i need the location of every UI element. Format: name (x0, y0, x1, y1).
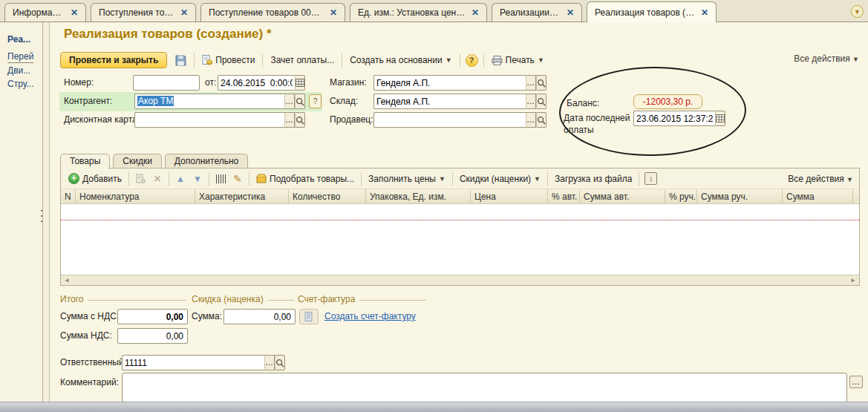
post-and-close-button[interactable]: Провести и закрыть (60, 52, 167, 68)
comment-expand-button[interactable]: ... (849, 376, 863, 388)
responsible-open-button[interactable] (275, 355, 285, 370)
column-header-summa-avt[interactable]: Сумма авт. (580, 189, 665, 203)
column-header-n[interactable]: N (61, 189, 76, 203)
warehouse-open-button[interactable] (536, 94, 546, 109)
counterparty-input[interactable]: Акор ТМ (134, 94, 284, 109)
column-header-spacer (853, 189, 859, 203)
shop-open-button[interactable] (536, 75, 546, 91)
scrollbar-track[interactable] (73, 275, 847, 285)
app-window: Информация ✕ Поступления товаров ✕ Посту… (0, 0, 868, 412)
discount-card-open-button[interactable] (295, 112, 305, 128)
tab-realizaciya-sozdanie[interactable]: Реализация товаров (создание) * ✕ (587, 1, 717, 22)
discount-card-input[interactable] (134, 112, 284, 128)
shop-select-button[interactable]: ... (526, 75, 536, 91)
number-input[interactable] (133, 75, 200, 91)
tab-tovary[interactable]: Товары (60, 154, 110, 169)
toolbar-separator (342, 53, 342, 67)
seller-input[interactable] (373, 112, 526, 128)
responsible-input[interactable] (122, 355, 264, 370)
sum-with-vat-input[interactable] (117, 309, 188, 324)
sum-vat-input[interactable] (117, 328, 188, 344)
invoice-document-icon (304, 312, 313, 321)
print-button[interactable]: Печать ▼ (489, 53, 546, 67)
expand-table-button[interactable]: ↕ (645, 172, 657, 185)
tab-scroll-button[interactable]: ▼ (851, 5, 864, 18)
counterparty-open-button[interactable] (295, 94, 305, 109)
tab-skidki[interactable]: Скидки (113, 154, 162, 169)
shop-input[interactable] (373, 75, 526, 91)
delete-row-button[interactable]: ✕ (151, 173, 163, 184)
column-header-pct-ruch[interactable]: % руч. (665, 189, 697, 203)
help-button[interactable]: ? (466, 54, 478, 67)
discount-sum-input[interactable] (223, 309, 296, 324)
date-calendar-button[interactable] (295, 75, 305, 91)
items-table-body[interactable] (61, 204, 859, 275)
discounts-button[interactable]: Скидки (наценки) ▼ (458, 173, 542, 185)
tab-postuplenie-tovarov-doc[interactable]: Поступление товаров 000О-00001... ✕ (200, 3, 345, 22)
column-header-harakteristika[interactable]: Характеристика (195, 189, 289, 203)
floppy-icon (175, 55, 186, 66)
counterparty-select-button[interactable]: ... (284, 94, 295, 109)
counterparty-question-button[interactable]: ? (309, 94, 322, 108)
tab-close-icon[interactable]: ✕ (71, 7, 78, 18)
column-header-kolichestvo[interactable]: Количество (289, 189, 366, 203)
scroll-left-button[interactable]: ◄ (61, 275, 73, 285)
column-header-pct-avt[interactable]: % авт. (548, 189, 580, 203)
shop-label: Магазин: (330, 77, 367, 88)
tab-label: Реализация товаров (создание) * (595, 7, 695, 18)
discount-card-select-button[interactable]: ... (284, 112, 295, 128)
items-all-actions-button[interactable]: Все действия ▼ (788, 174, 853, 184)
toolbar-separator (169, 172, 169, 186)
chevron-down-icon: ▼ (846, 176, 853, 183)
tab-close-icon[interactable]: ✕ (471, 7, 479, 18)
create-based-on-button[interactable]: Создать на основании ▼ (347, 53, 454, 67)
tab-close-icon[interactable]: ✕ (180, 7, 188, 18)
tab-realizacii-tovarov[interactable]: Реализации товаров ✕ (492, 3, 582, 22)
tab-ustanovka-cen[interactable]: Ед. изм.: Установка цен номенкл... ✕ (350, 3, 487, 22)
sidebar-splitter[interactable] (41, 210, 43, 226)
fill-prices-button[interactable]: Заполнить цены ▼ (367, 173, 447, 185)
sidebar-item-dvizheniya[interactable]: Дви... (7, 65, 30, 76)
sidebar-item-realizaciya[interactable]: Реа... (7, 34, 30, 45)
copy-row-button[interactable] (134, 173, 146, 184)
seller-open-button[interactable] (536, 112, 546, 128)
tab-close-icon[interactable]: ✕ (567, 7, 574, 18)
column-header-nomenklatura[interactable]: Номенклатура (76, 189, 195, 203)
comment-input[interactable] (122, 373, 847, 402)
warehouse-select-button[interactable]: ... (526, 94, 536, 109)
sidebar-item-struktura[interactable]: Стру... (7, 79, 34, 89)
arrow-up-icon: ▲ (176, 174, 185, 184)
tab-close-icon[interactable]: ✕ (701, 7, 708, 18)
edit-button[interactable]: ✎ (232, 173, 244, 184)
column-header-summa-ruch[interactable]: Сумма руч. (697, 189, 783, 203)
warehouse-input[interactable] (373, 94, 526, 109)
tab-postupleniya-tovarov[interactable]: Поступления товаров ✕ (91, 3, 196, 22)
invoice-button[interactable] (299, 309, 319, 324)
tab-informaciya[interactable]: Информация ✕ (4, 3, 86, 22)
move-up-button[interactable]: ▲ (174, 173, 186, 184)
barcode-button[interactable] (215, 173, 226, 184)
toolbar-separator (460, 53, 460, 67)
all-actions-button[interactable]: Все действия ▼ (794, 53, 859, 64)
add-row-button[interactable]: + Добавить (67, 172, 123, 185)
load-from-file-button[interactable]: Загрузка из файла (553, 173, 633, 185)
column-header-summa[interactable]: Сумма (783, 189, 853, 203)
tab-dopolnitelno[interactable]: Дополнительно (165, 154, 248, 169)
pick-goods-button[interactable]: Подобрать товары... (255, 173, 356, 185)
post-button[interactable]: Провести (200, 53, 257, 67)
tab-close-icon[interactable]: ✕ (330, 7, 337, 18)
scroll-right-button[interactable]: ► (847, 275, 859, 285)
create-based-on-label: Создать на основании (350, 55, 443, 65)
column-header-cena[interactable]: Цена (471, 189, 548, 203)
column-header-upakovka[interactable]: Упаковка, Ед. изм. (366, 189, 471, 203)
date-input[interactable] (218, 75, 295, 91)
save-button[interactable] (172, 53, 189, 68)
totals-row-1: Сумма с НДС: Сумма: Создать счет-фактуру (50, 309, 868, 325)
seller-select-button[interactable]: ... (526, 112, 536, 128)
responsible-select-button[interactable]: ... (264, 355, 275, 370)
create-invoice-link[interactable]: Создать счет-фактуру (324, 311, 416, 321)
seller-label: Продавец: (330, 114, 373, 125)
move-down-button[interactable]: ▼ (192, 173, 203, 184)
payment-offset-button[interactable]: Зачет оплаты... (268, 53, 336, 67)
items-horizontal-scrollbar[interactable]: ◄ ► (61, 275, 859, 285)
